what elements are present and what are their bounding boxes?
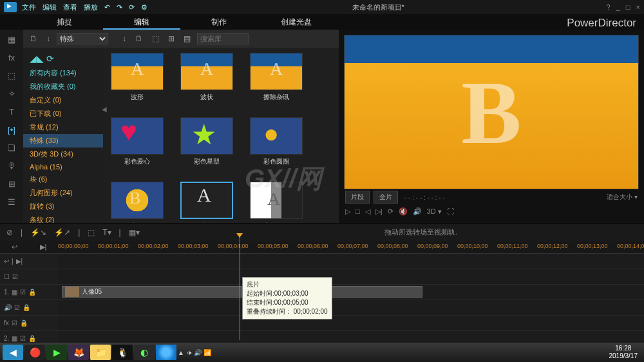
tab-capture[interactable]: 捕捉 xyxy=(26,14,103,30)
taskbar-app-1[interactable]: ◐ xyxy=(134,345,155,360)
playback-btn-3[interactable]: ▷| xyxy=(375,207,383,216)
menu-play[interactable]: 播放 xyxy=(84,3,98,12)
playhead[interactable] xyxy=(240,237,240,340)
settings-icon[interactable]: ⚙ xyxy=(141,3,147,12)
timeline-tool-icon[interactable]: ⊘ xyxy=(6,228,13,237)
transition-thumb[interactable] xyxy=(250,182,303,219)
transition-thumb[interactable] xyxy=(250,117,303,155)
category-item[interactable]: Alpha (15) xyxy=(23,161,103,173)
transition-thumb[interactable] xyxy=(111,53,164,90)
taskbar-app-2[interactable]: 🐧 xyxy=(112,345,133,360)
room-icon-5[interactable]: [•] xyxy=(5,125,18,135)
transition-thumb[interactable] xyxy=(180,182,233,219)
category-item[interactable]: 几何图形 (24) xyxy=(23,186,103,200)
preview-canvas[interactable]: B xyxy=(344,35,639,189)
next-marker-icon[interactable]: ▶| xyxy=(40,243,47,251)
category-item[interactable]: 旋转 (3) xyxy=(23,200,103,213)
track-header[interactable]: ☐☑ xyxy=(0,269,58,284)
taskbar-app-7[interactable]: ◀ xyxy=(3,345,23,360)
clock[interactable]: 16:282019/3/17 xyxy=(609,345,642,360)
category-select[interactable]: 特殊 xyxy=(57,33,108,44)
room-icon-3[interactable]: ✧ xyxy=(5,89,18,99)
undo-icon[interactable]: ↶ xyxy=(104,3,110,12)
playback-btn-6[interactable]: 🔊 xyxy=(413,207,422,216)
track-lane[interactable] xyxy=(58,316,644,330)
tab-produce[interactable]: 制作 xyxy=(180,14,258,30)
category-item[interactable]: 常规 (12) xyxy=(23,120,103,134)
import-icon[interactable]: 🗋 xyxy=(27,34,40,43)
category-item[interactable]: 特殊 (33) xyxy=(23,134,103,148)
track-toggle-icon[interactable]: ☑ xyxy=(12,273,18,280)
category-item[interactable]: 我的收藏夹 (0) xyxy=(23,80,103,93)
transition-item[interactable]: 虫孔 xyxy=(108,182,166,223)
transition-item[interactable]: 彩色圆圈 xyxy=(247,117,305,175)
seg-full-button[interactable]: 全片 xyxy=(374,191,398,204)
seg-clip-button[interactable]: 片段 xyxy=(345,191,370,204)
timeline-tool-icon[interactable]: | xyxy=(119,228,121,237)
taskbar-app-4[interactable]: 🦊 xyxy=(68,345,89,360)
transition-item[interactable]: 波形 xyxy=(108,53,166,111)
grid-icon[interactable]: ⊞ xyxy=(166,34,177,43)
help-button[interactable]: ? xyxy=(606,3,610,11)
transition-thumb[interactable] xyxy=(111,182,164,219)
track-header[interactable]: ↩|▶| xyxy=(0,254,58,269)
timeline-tool-icon[interactable]: ⚡↗ xyxy=(54,228,70,237)
track-lane[interactable] xyxy=(58,300,644,315)
list-icon[interactable]: ▤ xyxy=(181,34,193,43)
category-item[interactable]: 自定义 (0) xyxy=(23,93,103,107)
category-item[interactable]: 已下载 (0) xyxy=(23,107,103,120)
track-toggle-icon[interactable]: ☑ xyxy=(20,289,26,296)
timeline-tool-icon[interactable]: | xyxy=(78,228,80,237)
room-icon-7[interactable]: 🎙 xyxy=(5,161,18,171)
room-icon-2[interactable]: ⬚ xyxy=(5,71,18,81)
maximize-button[interactable]: □ xyxy=(626,3,630,11)
transition-item[interactable]: 擦除杂讯 xyxy=(247,53,305,111)
close-button[interactable]: × xyxy=(636,3,640,11)
transition-item[interactable]: 彩色爱心 xyxy=(108,117,166,175)
track-header[interactable]: 🔊☑🔒 xyxy=(0,300,58,315)
transition-thumb[interactable] xyxy=(180,53,233,90)
timeline-tool-icon[interactable]: ⚡↘ xyxy=(30,228,46,237)
room-icon-4[interactable]: T xyxy=(5,107,18,117)
transition-item[interactable]: 底片 xyxy=(178,182,236,223)
fit-dropdown[interactable]: 适合大小 ▾ xyxy=(607,193,638,202)
playback-btn-0[interactable]: ▷ xyxy=(345,207,350,216)
track-toggle-icon[interactable]: fx xyxy=(4,319,9,327)
track-toggle-icon[interactable]: 🔊 xyxy=(4,304,12,311)
sort-icon[interactable]: ↓ xyxy=(120,34,129,43)
taskbar-app-6[interactable]: 🔴 xyxy=(24,345,45,360)
room-icon-8[interactable]: ⊞ xyxy=(5,179,18,189)
track-header[interactable]: fx☑🔒 xyxy=(0,316,58,330)
taskbar-app-0[interactable] xyxy=(156,345,176,360)
taskbar-app-3[interactable]: 📁 xyxy=(90,345,111,360)
collapse-icon[interactable]: ◀ xyxy=(102,106,107,113)
track-lane[interactable] xyxy=(58,254,644,269)
playback-btn-7[interactable]: 3D ▾ xyxy=(427,207,442,216)
track-toggle-icon[interactable]: 🔒 xyxy=(20,319,28,327)
timeline-tool-icon[interactable]: ⬚ xyxy=(88,228,95,237)
track-toggle-icon[interactable]: ↩ xyxy=(4,258,9,265)
track-toggle-icon[interactable]: ▶| xyxy=(16,258,23,265)
refresh-icon[interactable]: ⟳ xyxy=(129,3,135,12)
timeline-tool-icon[interactable]: T▾ xyxy=(102,228,111,237)
category-item[interactable]: 所有内容 (134) xyxy=(23,66,103,80)
download-icon[interactable]: ↓ xyxy=(44,34,53,43)
category-item[interactable]: 条纹 (2) xyxy=(23,213,103,223)
prev-marker-icon[interactable]: ↩ xyxy=(12,243,17,251)
transition-thumb[interactable] xyxy=(111,117,164,155)
room-icon-9[interactable]: ☰ xyxy=(5,197,18,207)
track-toggle-icon[interactable]: ▦ xyxy=(12,335,17,342)
track-toggle-icon[interactable]: ☑ xyxy=(20,335,26,342)
filter-icon[interactable]: ◢◣ ⟳ xyxy=(23,52,103,66)
track-toggle-icon[interactable]: ▦ xyxy=(12,289,17,296)
track-lane[interactable]: 人像05人像06 xyxy=(58,285,644,300)
menu-view[interactable]: 查看 xyxy=(63,3,77,12)
playback-btn-2[interactable]: ◁ xyxy=(365,207,370,216)
track-toggle-icon[interactable]: | xyxy=(12,258,14,265)
transition-thumb[interactable] xyxy=(180,117,233,155)
track-toggle-icon[interactable]: 🔒 xyxy=(28,289,36,296)
track-toggle-icon[interactable]: 🔒 xyxy=(28,335,36,342)
playback-btn-5[interactable]: 🔇 xyxy=(399,207,408,216)
menu-file[interactable]: 文件 xyxy=(22,3,36,12)
new-icon[interactable]: 🗋 xyxy=(133,34,146,43)
